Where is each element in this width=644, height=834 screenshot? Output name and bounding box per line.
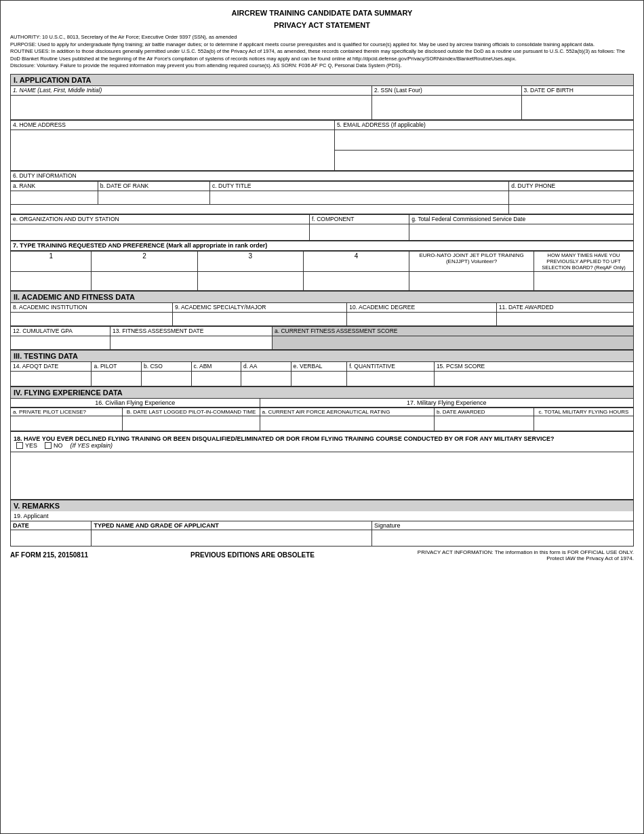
duty-title-label: c. DUTY TITLE [212,182,506,189]
federal-service-input[interactable] [409,224,634,240]
component-input[interactable] [310,224,409,240]
home-address-input[interactable] [11,130,335,170]
pref-col1-input[interactable] [11,271,92,290]
quantitative-label-cell: f. QUANTITATIVE [347,361,435,371]
flying-sublabel-table: a. PRIVATE PILOT LICENSE? B. DATE LAST L… [10,408,634,431]
duty-phone-extra[interactable] [509,204,634,214]
signature-table: DATE TYPED NAME AND GRADE OF APPLICANT S… [10,521,634,547]
rank-input[interactable] [11,191,98,204]
remarks19-label: 19. Applicant [10,511,634,521]
no-checkbox[interactable] [45,442,52,449]
authority-text: AUTHORITY: 10 U.S.C., 8013, Secretary of… [10,34,634,70]
total-military-input[interactable] [534,416,633,431]
title-line1: AIRCREW TRAINING CANDIDATE DATA SUMMARY [10,7,634,20]
fitness-date-label: 13. FITNESS ASSESSMENT DATE [113,327,270,334]
date-sig-input[interactable] [11,530,92,546]
af-aero-input[interactable] [260,416,434,431]
fitness-date-input[interactable] [110,336,273,349]
date-last-logged-label: B. DATE LAST LOGGED PILOT-IN-COMMAND TIM… [127,409,256,415]
name-ssn-dob-table: 1. NAME (Last, First, Middle Initial) 2.… [10,85,634,120]
pref-col4-input[interactable] [303,271,409,290]
aa-label-cell: d. AA [241,361,291,371]
name-label: 1. NAME (Last, First, Middle Initial) [13,87,369,94]
academic-inst-input[interactable] [11,312,173,325]
signature-label-cell: Signature [372,521,634,530]
pilot-label-cell: a. PILOT [92,361,142,371]
cso-label-cell: b. CSO [141,361,191,371]
af-aero-label: a. CURRENT AIR FORCE AERONAUTICAL RATING [262,409,390,415]
academic-inst-label-cell: 8. ACADEMIC INSTITUTION [11,302,173,312]
address-email-table: 4. HOME ADDRESS 5. EMAIL ADDRESS (If app… [10,120,634,171]
type-training-label: 7. TYPE TRAINING REQUESTED AND PREFERENC… [13,242,631,249]
degree-input[interactable] [347,312,497,325]
pcsm-input[interactable] [434,371,633,386]
date-awarded2-label: b. DATE AWARDED [437,409,485,415]
cso-input[interactable] [141,371,191,386]
email-input-bottom[interactable] [334,150,633,170]
date-last-logged-label-cell: B. DATE LAST LOGGED PILOT-IN-COMMAND TIM… [123,408,260,416]
enjjpt-label-cell: EURO-NATO JOINT JET PILOT TRAINING (ENJJ… [409,251,534,271]
fitness-date-label-cell: 13. FITNESS ASSESSMENT DATE [110,326,273,336]
ssn-input-cell[interactable] [372,95,522,119]
fitness-score-input[interactable] [272,336,633,349]
no-label: NO [54,442,63,449]
pilot-input[interactable] [92,371,142,386]
afoqt-date-input[interactable] [11,371,92,386]
pref-col3-input[interactable] [197,271,303,290]
pref-col2-input[interactable] [92,271,197,290]
degree-label-cell: 10. ACADEMIC DEGREE [347,302,497,312]
aa-input[interactable] [241,371,291,386]
title-line2: PRIVACY ACT STATEMENT [10,20,634,32]
pcsm-label-cell: 15. PCSM SCORE [434,361,633,371]
aa-label: d. AA [243,363,289,370]
fitness-score-label-cell: a. CURRENT FITNESS ASSESSMENT SCORE [272,326,633,336]
footer-center-text: PREVIOUS EDITIONS ARE OBSOLETE [190,551,315,559]
how-many-input[interactable] [534,271,633,290]
verbal-input[interactable] [291,371,347,386]
email-input-top[interactable] [334,130,633,150]
training-pref-table: 1 2 3 4 EURO-NATO JOINT JET PILOT TRAINI… [10,251,634,291]
type-training-label-table: 7. TYPE TRAINING REQUESTED AND PREFERENC… [10,241,634,251]
pref-col1-label: 1 [11,251,92,271]
rank-extra [11,204,509,214]
how-many-label: HOW MANY TIMES HAVE YOU PREVIOUSLY APPLI… [542,252,625,271]
signature-input[interactable] [372,530,634,546]
duty-title-input[interactable] [210,191,509,204]
specialty-input[interactable] [172,312,346,325]
form-footer: AF FORM 215, 20150811 PREVIOUS EDITIONS … [10,549,634,561]
name-input-cell[interactable] [11,95,372,119]
date-awarded2-input[interactable] [434,416,534,431]
rank-label: a. RANK [13,182,96,189]
type-training-label-cell: 7. TYPE TRAINING REQUESTED AND PREFERENC… [11,241,634,250]
ssn-label-cell: 2. SSN (Last Four) [372,85,522,95]
q18-text: 18. HAVE YOU EVER DECLINED FLYING TRAINI… [14,435,554,442]
duty-title-label-cell: c. DUTY TITLE [210,181,509,191]
typed-name-label: TYPED NAME AND GRADE OF APPLICANT [94,522,218,529]
yes-checkbox[interactable] [16,442,23,449]
typed-name-input[interactable] [92,530,372,546]
dob-input-cell[interactable] [521,95,633,119]
duty-phone-input[interactable] [509,191,634,204]
abm-input[interactable] [191,371,241,386]
org-input[interactable] [11,224,310,240]
duty-info-label-cell: 6. DUTY INFORMATION [11,171,634,180]
quantitative-label: f. QUANTITATIVE [349,363,432,370]
verbal-label: e. VERBAL [294,363,345,370]
q18-explanation-input[interactable] [11,452,634,499]
private-pilot-input[interactable] [11,416,123,431]
gpa-input[interactable] [11,336,110,349]
academic-table: 8. ACADEMIC INSTITUTION 9. ACADEMIC SPEC… [10,302,634,326]
fitness-score-label: a. CURRENT FITNESS ASSESSMENT SCORE [275,327,631,334]
quantitative-input[interactable] [347,371,435,386]
email-label-cell: 5. EMAIL ADDRESS (If applicable) [334,120,633,130]
date-awarded-input[interactable] [496,312,633,325]
enjjpt-input[interactable] [409,271,534,290]
if-yes-label: (If YES explain) [71,442,113,449]
specialty-label: 9. ACADEMIC SPECIALTY/MAJOR [175,304,344,311]
date-rank-input[interactable] [98,191,209,204]
date-last-logged-input[interactable] [123,416,260,431]
pref-col4-text: 4 [355,252,359,260]
total-military-label-cell: c. TOTAL MILITARY FLYING HOURS [534,408,633,416]
total-military-label: c. TOTAL MILITARY FLYING HOURS [539,409,629,415]
rank-label-cell: a. RANK [11,181,98,191]
